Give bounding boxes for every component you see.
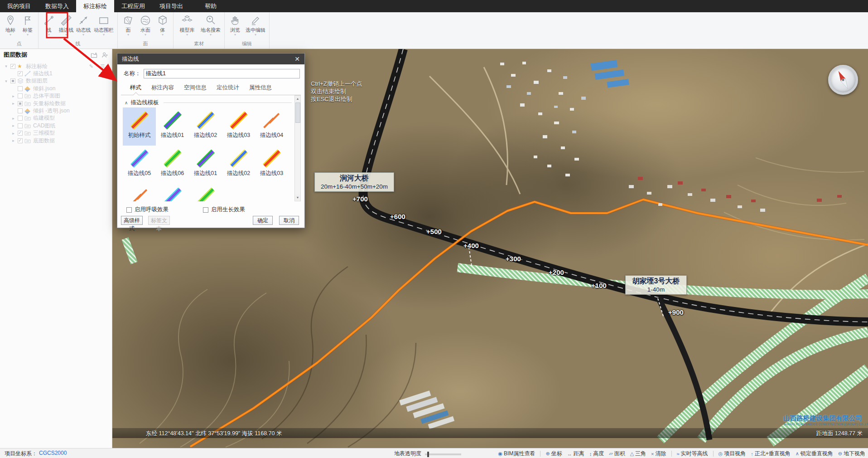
expander-icon[interactable]: ▸ (11, 94, 16, 98)
tree-item-标注标绘[interactable]: ▾★标注标绘✎ ☰ (0, 63, 112, 70)
ribbon-button-face[interactable]: 面▾ (120, 13, 137, 40)
statusbar-item-distance-tool[interactable]: ↔距离 (567, 450, 584, 458)
scroll-up-icon[interactable]: ▲ (295, 96, 300, 102)
tree-item-三维模型[interactable]: ▸三维模型 (0, 130, 112, 137)
menu-engineering-app[interactable]: 工程应用 (114, 0, 152, 12)
template-描边线02[interactable]: 描边线02 (189, 107, 222, 146)
ribbon-button-dynamic-line[interactable]: 动态线▾ (75, 13, 92, 40)
ribbon-button-tag[interactable]: 标签▾ (19, 13, 36, 40)
compass-widget[interactable] (828, 65, 858, 95)
tree-item-CAD图纸[interactable]: ▸CAD图纸 (0, 122, 112, 129)
ribbon-button-model-library[interactable]: 模型库▾ (175, 13, 199, 40)
bridge-callout-jianhe[interactable]: 涧河大桥 20m+16-40m+50m+20m (314, 172, 394, 192)
bridge-callout-hujiayan[interactable]: 胡家堙3号大桥 1-40m (625, 275, 687, 295)
template-描边线03[interactable]: 描边线03 (222, 107, 255, 146)
ribbon-button-volume[interactable]: 体▾ (154, 13, 171, 40)
template-描边线04[interactable]: 描边线04 (255, 107, 288, 146)
menu-data-import[interactable]: 数据导入 (38, 0, 76, 12)
menu-annotation-plot[interactable]: 标注标绘 (76, 0, 114, 12)
statusbar-item-clear-tool[interactable]: ×清除 (651, 450, 666, 458)
ribbon-button-landmark[interactable]: 地标▾ (2, 13, 19, 40)
expander-icon[interactable]: ▸ (11, 138, 16, 143)
template-scrollbar[interactable]: ▲ ▼ (294, 95, 301, 201)
expander-icon[interactable]: ▸ (11, 101, 16, 106)
statusbar-item-height-tool[interactable]: ↕高度 (589, 450, 604, 458)
statusbar-item-project-view[interactable]: ◎项目视角 (719, 450, 746, 458)
statusbar-item-underground-view[interactable]: ⊖地下视角 (838, 450, 865, 458)
tab-样式[interactable]: 样式 (130, 84, 141, 95)
menu-my-project[interactable]: 我的项目 (0, 0, 38, 12)
surface-opacity-slider[interactable] (425, 453, 461, 455)
ribbon-button-water-face[interactable]: 水面▾ (137, 13, 154, 40)
tab-标注内容[interactable]: 标注内容 (151, 84, 174, 95)
tree-item-描边线1[interactable]: 描边线1 (0, 70, 112, 77)
template-描边线02[interactable]: 描边线02 (222, 146, 255, 184)
statusbar-item-triangle-tool[interactable]: △三角 (630, 450, 646, 458)
tree-item-倾斜 -透明.json[interactable]: 倾斜 -透明.json (0, 107, 112, 114)
close-icon[interactable]: ✕ (294, 55, 300, 63)
template-描边线03[interactable]: 描边线03 (255, 146, 288, 184)
expander-icon[interactable]: ▸ (11, 123, 16, 128)
statusbar-item-north-vertical-view[interactable]: ↑正北+垂直视角 (751, 450, 791, 458)
visibility-checkbox[interactable] (18, 138, 23, 143)
statusbar-item-coordinate-tool[interactable]: ⊕坐标 (545, 450, 562, 458)
tree-item-总体平面图[interactable]: ▸总体平面图 (0, 93, 112, 100)
template-partial[interactable] (123, 184, 156, 201)
ribbon-button-placename-search[interactable]: 地名搜索▾ (199, 13, 222, 40)
tab-定位统计[interactable]: 定位统计 (217, 84, 239, 95)
add-folder-icon[interactable] (91, 52, 97, 58)
tree-item-底图数据[interactable]: ▸底图数据 (0, 137, 112, 144)
expander-icon[interactable]: ▾ (4, 64, 9, 68)
crs-value[interactable]: CGCS2000 (39, 450, 67, 458)
label-text-button[interactable]: 标签文本 (148, 216, 170, 225)
visibility-checkbox[interactable] (18, 101, 23, 106)
template-描边线06[interactable]: 描边线06 (156, 146, 189, 184)
visibility-checkbox[interactable] (10, 78, 15, 83)
advanced-style-button[interactable]: 高级样式 (121, 216, 143, 225)
expander-icon[interactable]: ▸ (11, 131, 16, 136)
visibility-checkbox[interactable] (18, 108, 23, 113)
visibility-checkbox[interactable] (18, 71, 23, 76)
scroll-down-icon[interactable]: ▼ (295, 195, 300, 201)
tree-item-临建模型[interactable]: ▸临建模型 (0, 115, 112, 122)
ribbon-button-line[interactable]: 线▾ (40, 13, 58, 40)
template-partial[interactable] (189, 184, 222, 201)
slider-thumb[interactable] (427, 452, 429, 457)
tree-item-矢量标绘数据[interactable]: ▸矢量标绘数据 (0, 100, 112, 107)
expander-icon[interactable]: ▸ (11, 116, 16, 121)
ribbon-button-dynamic-fence[interactable]: 动态围栏▾ (92, 13, 116, 40)
edit-and-list-icons[interactable]: ✎ ☰ (89, 63, 107, 69)
statusbar-item-bim-attr-view[interactable]: ◉BIM属性查看 (498, 450, 535, 458)
menu-project-export[interactable]: 项目导出 (152, 0, 190, 12)
template-section-header[interactable]: ∧ 描边线模板 (121, 95, 301, 107)
visibility-checkbox[interactable] (18, 116, 23, 121)
expander-icon[interactable]: ▾ (4, 79, 9, 83)
scrollbar-thumb[interactable] (295, 102, 300, 123)
cancel-button[interactable]: 取消 (279, 216, 299, 225)
tree-item-数据图层[interactable]: ▾数据图层 (0, 78, 112, 85)
name-input[interactable] (144, 69, 300, 78)
checkbox-box[interactable] (126, 207, 132, 213)
tab-空间信息[interactable]: 空间信息 (184, 84, 207, 95)
dialog-titlebar[interactable]: 描边线 ✕ (117, 54, 304, 64)
visibility-checkbox[interactable] (10, 64, 15, 69)
statusbar-item-area-tool[interactable]: ▱面积 (609, 450, 625, 458)
add-user-icon[interactable] (101, 52, 108, 58)
template-初始样式[interactable]: 初始样式 (123, 107, 156, 146)
ribbon-button-stroke-line[interactable]: 描边线▾ (58, 13, 75, 40)
template-描边线01[interactable]: 描边线01 (189, 146, 222, 184)
tab-属性信息[interactable]: 属性信息 (249, 84, 272, 95)
visibility-checkbox[interactable] (18, 93, 23, 98)
ribbon-button-browse[interactable]: 浏览▾ (227, 13, 244, 40)
tree-item-倾斜.json[interactable]: 倾斜.json (0, 85, 112, 92)
template-描边线01[interactable]: 描边线01 (156, 107, 189, 146)
ok-button[interactable]: 确定 (253, 216, 273, 225)
visibility-checkbox[interactable] (18, 123, 23, 128)
template-partial[interactable] (156, 184, 189, 201)
statusbar-item-realtime-contour[interactable]: ≈实时等高线 (677, 450, 708, 458)
menu-help[interactable]: 帮助 (198, 0, 224, 12)
checkbox-启用呼吸效果[interactable]: 启用呼吸效果 (126, 206, 203, 214)
checkbox-启用生长效果[interactable]: 启用生长效果 (203, 206, 280, 214)
template-描边线05[interactable]: 描边线05 (123, 146, 156, 184)
visibility-checkbox[interactable] (18, 86, 23, 91)
